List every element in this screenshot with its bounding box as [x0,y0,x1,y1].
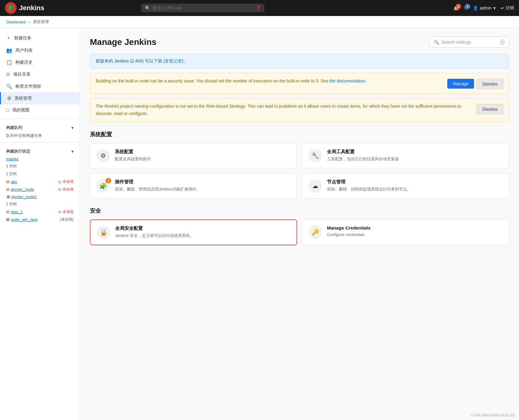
offline-icon2: ⊖ [58,187,61,192]
breadcrumb: Dashboard > 系统管理 [0,16,519,28]
build-exec-section[interactable]: 构建执行状态 ▾ [0,145,80,155]
node-docker-offline-icon: ⊠ [6,187,10,192]
header-actions: 🔔 2 🛡 1 👤 admin ▾ ↩ 注销 [453,5,514,11]
node-new1-link[interactable]: new_1 [11,210,22,214]
key-icon: 🔑 [312,228,319,236]
global-tool-icon-wrap: 🔧 [308,149,322,162]
alert-yellow1-actions: Manage Dismiss [447,79,503,89]
node-abc-link[interactable]: abc [11,179,17,184]
sys-config-icon-wrap: ⚙ [96,149,110,162]
plugin-icon-wrap: 🧩 7 [96,179,110,193]
card-sys-config[interactable]: ⚙ 系统配置 配置全局设置和路径 [90,143,297,168]
search-settings-icon: 🔍 [434,40,439,45]
alert-download-link[interactable]: 下载 [154,58,162,63]
alert-yellow2-text: The Restrict project naming configuratio… [96,103,473,118]
node-docker-node: ⊠ docker_node ⊖ 未在线 [0,186,80,193]
node-win-java: ⊠ node_win_java (未在线) [0,216,80,223]
node-abc-offline-icon: ⊠ [6,179,10,184]
card-manage-credentials[interactable]: 🔑 Manage Credentials Configure credentia… [302,219,509,245]
sys-config-title: 系统配置 [115,149,291,155]
node-docker1-idle: 1 空闲 [0,200,80,208]
plugin-title: 插件管理 [115,179,291,185]
offline-icon: ⊖ [58,180,61,184]
main-header: 🐉 Jenkins 🔍 ❓ 🔔 2 🛡 1 👤 admin ▾ ↩ 注销 [0,0,519,16]
alert-changelog-link[interactable]: 变更记录 [165,58,182,63]
alert-yellow2-actions: Dismiss [477,104,503,114]
global-security-title: 全局安全配置 [115,226,290,231]
build-queue-label: 构建队列 [6,125,22,130]
logo[interactable]: 🐉 Jenkins [5,2,44,14]
alert-project-naming: The Restrict project naming configuratio… [90,98,509,122]
sidebar-label-build-history: 构建历史 [15,60,33,65]
node-master-link[interactable]: master [6,157,18,161]
node-docker1-icon: 🖥 [6,194,10,199]
cloud-icon: ☁ [312,182,318,190]
global-tool-title: 全局工具配置 [327,149,503,155]
alert-manage-button[interactable]: Manage [447,79,474,89]
system-cards-grid: ⚙ 系统配置 配置全局设置和路径 🔧 全局工具配置 工具配置，包括它们的位置和自… [90,143,509,198]
search-settings-shortcut: / [500,39,505,45]
wrench-icon: 🔧 [312,152,319,159]
node-new-1: ⊠ new_1 ⊖ 未在线 [0,208,80,216]
lock-icon: 🔒 [100,229,107,236]
alert-yellow1-text: Building on the built-in node can be a s… [96,78,444,84]
offline-icon3: ⊖ [58,210,61,214]
security-shield[interactable]: 🛡 1 [464,6,468,10]
sidebar-item-sys-manage[interactable]: ⚙ 系统管理 [0,92,80,104]
global-security-content: 全局安全配置 Jenkins 安全，定义谁可以访问或使用系统。 [115,226,290,239]
help-icon: ❓ [255,6,261,10]
build-queue-section[interactable]: 构建队列 ▾ [0,121,80,132]
sidebar-item-my-view[interactable]: □ 我的视图 [0,104,80,116]
credentials-desc: Configure credentials [327,232,503,238]
user-menu[interactable]: 👤 admin ▾ [473,6,496,10]
node-docker1-link[interactable]: docker_node1 [11,194,37,199]
search-settings-box[interactable]: 🔍 Search settings / [429,37,509,48]
search-settings-placeholder: Search settings [441,40,471,45]
italic-role-based: Role-based Strategy [206,104,245,109]
node-docker-link[interactable]: docker_node [11,187,34,192]
notifications-badge: 2 [456,4,461,9]
sidebar-label-my-view: 我的视图 [12,107,30,113]
sidebar-label-sys-manage: 系统管理 [14,96,32,101]
sidebar-item-check-file[interactable]: 🔍 检查文件指纹 [0,80,80,92]
global-search[interactable]: 🔍 ❓ [141,4,264,12]
credentials-title: Manage Credentials [327,225,503,230]
alert-dismiss-button-2[interactable]: Dismiss [477,104,503,114]
node-master-idle-2: 2 空闲 [0,170,80,178]
credentials-content: Manage Credentials Configure credentials [327,225,503,238]
page-title: Manage Jenkins [90,37,156,47]
breadcrumb-separator: > [28,20,31,24]
sidebar-item-project-relation[interactable]: ⊙ 项目关系 [0,68,80,80]
sidebar-item-user-list[interactable]: 👥 用户列表 [0,44,80,56]
italic-restrict: Restrict project naming [104,104,148,109]
node-winjava-icon: ⊠ [6,217,10,222]
search-input[interactable] [153,6,253,10]
main-content: Manage Jenkins 🔍 Search settings / 新版本的 … [80,28,519,420]
logo-icon: 🐉 [5,2,17,14]
notifications-bell[interactable]: 🔔 2 [453,6,459,10]
gear-card-icon: ⚙ [100,152,106,159]
card-node-manage[interactable]: ☁ 节点管理 添加、删除、控制和监视系统运行任务的节点。 [302,173,509,198]
sidebar: ＋ 新建任务 👥 用户列表 📋 构建历史 ⊙ 项目关系 🔍 检查文件指纹 ⚙ 系… [0,28,80,420]
node-winjava-link[interactable]: node_win_java [11,217,38,222]
card-global-security[interactable]: 🔒 全局安全配置 Jenkins 安全，定义谁可以访问或使用系统。 [90,219,297,245]
plugin-icon: 🧩 [99,182,107,190]
logo-text: Jenkins [19,4,44,12]
alert-security-executors: Building on the built-in node can be a s… [90,73,509,94]
node-desc: 添加、删除、控制和监视系统运行任务的节点。 [327,186,503,192]
sidebar-divider-1 [0,118,80,119]
user-list-icon: 👥 [6,47,12,53]
fingerprint-icon: 🔍 [6,83,12,89]
global-tool-content: 全局工具配置 工具配置，包括它们的位置和自动安装器 [327,149,503,162]
breadcrumb-home[interactable]: Dashboard [6,20,26,24]
logout-button[interactable]: ↩ 注销 [501,5,514,11]
sidebar-item-build-history[interactable]: 📋 构建历史 [0,56,80,68]
logout-label: 注销 [505,5,514,11]
plugin-desc: 添加、删除、禁用或启用Jenkins功能扩展插件。 [115,186,291,192]
node-docker-status: ⊖ 未在线 [58,187,74,192]
alert-dismiss-button-1[interactable]: Dismiss [477,79,503,89]
alert-doc-link[interactable]: the documentation [330,78,365,83]
sidebar-item-new-task[interactable]: ＋ 新建任务 [0,32,80,44]
card-global-tool[interactable]: 🔧 全局工具配置 工具配置，包括它们的位置和自动安装器 [302,143,509,168]
card-plugin-manage[interactable]: 🧩 7 插件管理 添加、删除、禁用或启用Jenkins功能扩展插件。 [90,173,297,198]
